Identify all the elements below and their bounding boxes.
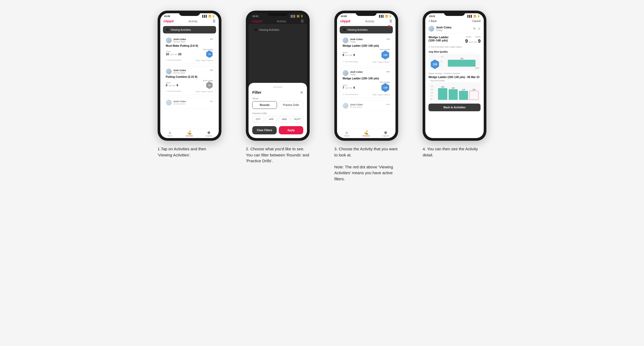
phone-3: 13:20 ▌▌▌ 📶 🔋 clippd Activity ☰ ⚙ Vi <box>334 11 398 141</box>
nav-home-1[interactable]: ⌂ Home <box>160 129 180 138</box>
nav-activities-1[interactable]: ⛳ Activities <box>180 129 199 138</box>
battery-1: 🔋 <box>212 15 215 18</box>
filter-modal-2: Filter ✕ Show Rounds Practice Drills Pra… <box>249 83 307 138</box>
nav-capture-1[interactable]: ⊕ Capture <box>199 129 218 138</box>
detail-outof-4: OUT OF <box>469 41 477 43</box>
activity-card-3-2[interactable]: Josh Coles Today ••• Wedge Ladder (100–1… <box>340 68 393 98</box>
wifi-4: 📶 <box>473 15 476 18</box>
user-info-3-3: Josh Coles 28 Feb 2023 <box>350 103 363 108</box>
activity-card-1-2[interactable]: Josh Coles 28 Feb 2023 ••• Putting Combi… <box>163 66 216 95</box>
footer-right-1-2: Data: Clippd Capture <box>196 91 213 92</box>
nav-activities-3[interactable]: ⛳ Activities <box>356 129 376 138</box>
avatar-3-2 <box>343 70 348 76</box>
user-name-3-1: Josh Coles <box>350 38 363 41</box>
phone-screen-1: 13:20 ▌▌▌ 📶 🔋 clippd Activity ☰ ⚙ Vi <box>160 13 219 138</box>
status-icons-3: ▌▌▌ 📶 🔋 <box>379 15 392 18</box>
app-header-1: clippd Activity ☰ <box>160 18 219 24</box>
card-header-3-2: Josh Coles Today ••• <box>343 70 390 76</box>
card-dots-1-3[interactable]: ••• <box>210 100 213 103</box>
avatar-row-3-3: Josh Coles 28 Feb 2023 <box>343 103 363 109</box>
edit-icon-4[interactable]: ✎ <box>473 27 476 31</box>
user-name-1-3: Josh Coles <box>173 100 186 103</box>
avatar-row-1-3: Josh Coles 28 Feb 2023 <box>166 100 186 105</box>
card-dots-1-1[interactable]: ••• <box>210 37 213 41</box>
score-row-1-1: 10 OUT OF 20 <box>166 53 182 56</box>
footer-right-1-1: Data: Clippd Capture <box>196 59 213 61</box>
chart-bar-value-4: 130 <box>444 58 479 59</box>
activity-card-3-1[interactable]: Josh Coles Today ••• Wedge Ladder (100–1… <box>340 35 393 66</box>
phone-notch-4 <box>444 11 465 16</box>
card-dots-3-3[interactable]: ••• <box>386 103 390 106</box>
bar-chart-row-4: 140 120 100 80 60 132 <box>431 84 478 100</box>
home-icon-1: ⌂ <box>169 130 171 135</box>
bar-group-4-4: 124 <box>469 89 478 100</box>
chart-bar-4 <box>448 60 475 67</box>
chart-hex-4: 130 <box>430 59 440 69</box>
capture-label-1: Capture <box>206 135 212 137</box>
nav-capture-3[interactable]: ⊕ Capture <box>376 129 395 138</box>
activity-card-3-3[interactable]: Josh Coles 28 Feb 2023 ••• <box>340 100 393 112</box>
activity-card-1-3[interactable]: Josh Coles 28 Feb 2023 ••• <box>163 97 216 109</box>
card-dots-3-2[interactable]: ••• <box>386 70 390 74</box>
drill-arg-2[interactable]: ARG <box>279 116 290 122</box>
footer-left-1-2: ⓘ Test Information <box>166 90 182 93</box>
avatar-3-1 <box>343 37 348 43</box>
clear-filters-btn-2[interactable]: Clear Filters <box>252 126 277 134</box>
home-label-3: Home <box>344 135 349 137</box>
user-name-3-2: Josh Coles <box>350 71 363 73</box>
card-list-3: Josh Coles Today ••• Wedge Ladder (100–1… <box>337 35 395 129</box>
test-info-4: ⓘ Test Information Data: Clippd Capture <box>428 46 481 48</box>
detail-score-label-4: Score <box>466 36 472 38</box>
close-btn-2[interactable]: ✕ <box>300 90 303 95</box>
drill-app-2[interactable]: APP <box>266 116 277 122</box>
card-footer-1-1: ⓘ Test Information Data: Clippd Capture <box>166 59 213 62</box>
wifi-3: 📶 <box>385 15 388 18</box>
back-activities-btn-4[interactable]: Back to Activities <box>428 104 481 111</box>
menu-icon-1[interactable]: ☰ <box>213 19 216 23</box>
toggle-practice-2[interactable]: Practice Drills <box>279 101 303 109</box>
bottom-nav-1: ⌂ Home ⛳ Activities ⊕ Capture <box>160 129 219 138</box>
wifi-1: 📶 <box>208 15 211 18</box>
drill-ott-2[interactable]: OTT <box>252 116 264 122</box>
nav-home-3[interactable]: ⌂ Home <box>337 129 356 138</box>
card-dots-3-1[interactable]: ••• <box>386 37 390 41</box>
activity-card-1-1[interactable]: Josh Coles 28 Feb 2023 ••• Must Make Put… <box>163 35 216 64</box>
stat-sq-3-1: Shot Quality 130 <box>380 49 390 59</box>
phone-column-2: 13:21 ▌▌▌ 📶 🔋 clippd Activity ☰ ⚙ Vi <box>238 11 318 164</box>
user-date-3-2: Today <box>350 73 363 76</box>
stats-row-3-1: Score 9 OUT OF 9 Shot Quality 130 <box>343 49 390 59</box>
phone-screen-2: 13:21 ▌▌▌ 📶 🔋 clippd Activity ☰ ⚙ Vi <box>249 13 307 138</box>
viewing-bar-3[interactable]: ⚙ Viewing Activities <box>340 26 393 33</box>
user-info-1-2: Josh Coles 28 Feb 2023 <box>173 69 186 74</box>
menu-icon-3[interactable]: ☰ <box>389 19 392 23</box>
modal-actions-2: Clear Filters Apply <box>252 126 303 134</box>
drill-title-1-2: Putting Combine (3-15 ft) <box>166 75 213 78</box>
desc-2: 2. Choose what you'd like to see. You ca… <box>246 146 310 164</box>
score-row-3-1: 9 OUT OF 9 <box>343 53 355 57</box>
drill-title-3-1: Wedge Ladder (100–140 yds) <box>343 44 390 47</box>
user-name-3-3: Josh Coles <box>350 103 363 106</box>
avatar-row-1-2: Josh Coles 28 Feb 2023 <box>166 69 186 74</box>
show-label-2: Show <box>252 97 303 100</box>
apply-btn-2[interactable]: Apply <box>279 126 303 134</box>
detail-user-date-4: Today <box>436 29 452 32</box>
user-date-3-3: 28 Feb 2023 <box>350 106 363 108</box>
card-footer-3-1: ⓘ Test Information Data: Clippd Capture <box>343 61 390 63</box>
drill-putt-2[interactable]: PUTT <box>292 116 303 122</box>
hexagon-3-1: 130 <box>381 50 390 59</box>
back-btn-4[interactable]: < Back <box>428 20 437 23</box>
viewing-bar-1[interactable]: ⚙ Viewing Activities <box>163 26 216 33</box>
card-dots-1-2[interactable]: ••• <box>210 69 213 72</box>
hexagon-1-2: 45 <box>206 82 213 89</box>
home-icon-3: ⌂ <box>346 130 348 135</box>
header-title-3: Activity <box>365 20 374 23</box>
user-date-1-1: 28 Feb 2023 <box>173 41 186 43</box>
cancel-btn-4[interactable]: Cancel <box>472 20 481 23</box>
status-icons-1: ▌▌▌ 📶 🔋 <box>203 15 215 18</box>
card-header-1-3: Josh Coles 28 Feb 2023 ••• <box>166 100 213 105</box>
stat-score-3-2: Score 7 OUT OF 9 <box>343 84 355 89</box>
time-3: 13:20 <box>341 15 347 18</box>
phone-4: 13:21 ▌▌▌ 📶 🔋 < Back Cancel <box>423 11 486 141</box>
expand-icon-4[interactable]: ⤢ <box>478 27 481 31</box>
toggle-rounds-2[interactable]: Rounds <box>252 101 277 109</box>
